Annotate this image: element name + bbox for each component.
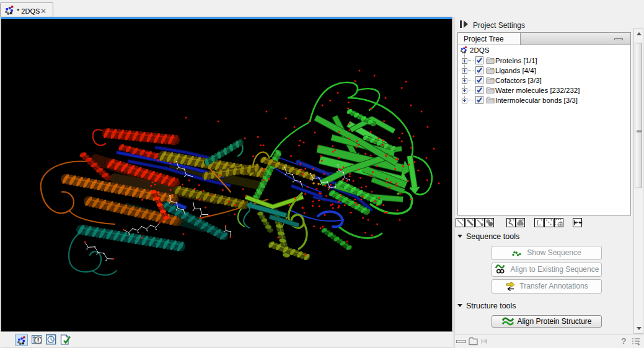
svg-text:L: L <box>537 219 541 227</box>
